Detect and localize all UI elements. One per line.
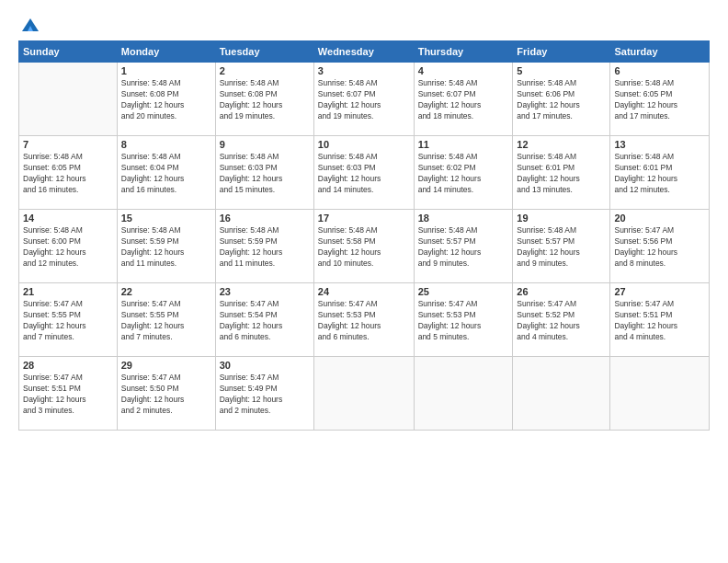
- weekday-header-monday: Monday: [117, 41, 215, 63]
- calendar-cell: 4Sunrise: 5:48 AM Sunset: 6:07 PM Daylig…: [414, 63, 513, 136]
- header: [18, 17, 710, 33]
- day-number: 29: [121, 360, 211, 371]
- week-row-4: 21Sunrise: 5:47 AM Sunset: 5:55 PM Dayli…: [19, 283, 710, 357]
- day-number: 11: [418, 139, 509, 150]
- calendar-cell: 22Sunrise: 5:47 AM Sunset: 5:55 PM Dayli…: [117, 283, 215, 357]
- day-number: 23: [220, 286, 310, 297]
- calendar-cell: 27Sunrise: 5:47 AM Sunset: 5:51 PM Dayli…: [610, 283, 710, 357]
- calendar-cell: 16Sunrise: 5:48 AM Sunset: 5:59 PM Dayli…: [215, 210, 313, 283]
- day-number: 6: [614, 65, 705, 76]
- day-info: Sunrise: 5:48 AM Sunset: 6:03 PM Dayligh…: [318, 152, 410, 196]
- calendar-cell: 18Sunrise: 5:48 AM Sunset: 5:57 PM Dayli…: [414, 210, 513, 283]
- day-number: 3: [318, 65, 410, 76]
- calendar-cell: [513, 357, 610, 431]
- calendar-cell: 11Sunrise: 5:48 AM Sunset: 6:02 PM Dayli…: [414, 136, 513, 210]
- day-number: 18: [418, 213, 509, 224]
- day-number: 26: [517, 286, 606, 297]
- week-row-5: 28Sunrise: 5:47 AM Sunset: 5:51 PM Dayli…: [19, 357, 710, 431]
- day-number: 25: [418, 286, 509, 297]
- day-info: Sunrise: 5:47 AM Sunset: 5:51 PM Dayligh…: [614, 299, 705, 343]
- day-info: Sunrise: 5:48 AM Sunset: 5:59 PM Dayligh…: [121, 225, 211, 270]
- weekday-header-row: SundayMondayTuesdayWednesdayThursdayFrid…: [19, 41, 710, 63]
- day-number: 22: [121, 286, 211, 297]
- day-info: Sunrise: 5:48 AM Sunset: 6:01 PM Dayligh…: [614, 152, 705, 196]
- calendar-cell: 28Sunrise: 5:47 AM Sunset: 5:51 PM Dayli…: [19, 357, 118, 431]
- day-info: Sunrise: 5:47 AM Sunset: 5:53 PM Dayligh…: [318, 299, 410, 343]
- weekday-header-saturday: Saturday: [610, 41, 710, 63]
- day-number: 4: [418, 65, 509, 76]
- day-info: Sunrise: 5:48 AM Sunset: 6:06 PM Dayligh…: [517, 78, 606, 122]
- page: SundayMondayTuesdayWednesdayThursdayFrid…: [0, 0, 728, 563]
- day-info: Sunrise: 5:48 AM Sunset: 5:57 PM Dayligh…: [517, 225, 606, 270]
- calendar-cell: 1Sunrise: 5:48 AM Sunset: 6:08 PM Daylig…: [117, 63, 215, 136]
- calendar-cell: 19Sunrise: 5:48 AM Sunset: 5:57 PM Dayli…: [513, 210, 610, 283]
- calendar-cell: 29Sunrise: 5:47 AM Sunset: 5:50 PM Dayli…: [117, 357, 215, 431]
- calendar-cell: 26Sunrise: 5:47 AM Sunset: 5:52 PM Dayli…: [513, 283, 610, 357]
- day-info: Sunrise: 5:48 AM Sunset: 6:04 PM Dayligh…: [121, 152, 211, 196]
- calendar-cell: [414, 357, 513, 431]
- day-number: 7: [23, 139, 113, 150]
- calendar-cell: 15Sunrise: 5:48 AM Sunset: 5:59 PM Dayli…: [117, 210, 215, 283]
- day-info: Sunrise: 5:47 AM Sunset: 5:53 PM Dayligh…: [418, 299, 509, 343]
- day-number: 2: [220, 65, 310, 76]
- day-number: 19: [517, 213, 606, 224]
- day-number: 16: [220, 213, 310, 224]
- day-number: 17: [318, 213, 410, 224]
- week-row-3: 14Sunrise: 5:48 AM Sunset: 6:00 PM Dayli…: [19, 210, 710, 283]
- weekday-header-thursday: Thursday: [414, 41, 513, 63]
- calendar-cell: 21Sunrise: 5:47 AM Sunset: 5:55 PM Dayli…: [19, 283, 118, 357]
- day-info: Sunrise: 5:48 AM Sunset: 6:02 PM Dayligh…: [418, 152, 509, 196]
- day-info: Sunrise: 5:48 AM Sunset: 5:58 PM Dayligh…: [318, 225, 410, 270]
- calendar-cell: 10Sunrise: 5:48 AM Sunset: 6:03 PM Dayli…: [313, 136, 414, 210]
- day-number: 27: [614, 286, 705, 297]
- day-number: 14: [23, 213, 113, 224]
- day-info: Sunrise: 5:47 AM Sunset: 5:52 PM Dayligh…: [517, 299, 606, 343]
- day-info: Sunrise: 5:47 AM Sunset: 5:49 PM Dayligh…: [220, 373, 310, 417]
- calendar-cell: 9Sunrise: 5:48 AM Sunset: 6:03 PM Daylig…: [215, 136, 313, 210]
- calendar-cell: [19, 63, 118, 136]
- day-info: Sunrise: 5:47 AM Sunset: 5:51 PM Dayligh…: [23, 373, 113, 417]
- day-number: 5: [517, 65, 606, 76]
- day-info: Sunrise: 5:47 AM Sunset: 5:55 PM Dayligh…: [121, 299, 211, 343]
- day-info: Sunrise: 5:48 AM Sunset: 5:59 PM Dayligh…: [220, 225, 310, 270]
- calendar-cell: [313, 357, 414, 431]
- day-number: 9: [220, 139, 310, 150]
- day-info: Sunrise: 5:48 AM Sunset: 6:00 PM Dayligh…: [23, 225, 113, 270]
- calendar-cell: 25Sunrise: 5:47 AM Sunset: 5:53 PM Dayli…: [414, 283, 513, 357]
- day-info: Sunrise: 5:48 AM Sunset: 6:07 PM Dayligh…: [418, 78, 509, 122]
- day-number: 8: [121, 139, 211, 150]
- logo-icon: [20, 17, 40, 33]
- calendar-cell: 6Sunrise: 5:48 AM Sunset: 6:05 PM Daylig…: [610, 63, 710, 136]
- day-info: Sunrise: 5:48 AM Sunset: 6:08 PM Dayligh…: [220, 78, 310, 122]
- day-info: Sunrise: 5:48 AM Sunset: 6:01 PM Dayligh…: [517, 152, 606, 196]
- day-number: 13: [614, 139, 705, 150]
- weekday-header-friday: Friday: [513, 41, 610, 63]
- calendar-cell: 30Sunrise: 5:47 AM Sunset: 5:49 PM Dayli…: [215, 357, 313, 431]
- day-info: Sunrise: 5:48 AM Sunset: 6:05 PM Dayligh…: [23, 152, 113, 196]
- week-row-2: 7Sunrise: 5:48 AM Sunset: 6:05 PM Daylig…: [19, 136, 710, 210]
- day-number: 20: [614, 213, 705, 224]
- day-info: Sunrise: 5:48 AM Sunset: 6:05 PM Dayligh…: [614, 78, 705, 122]
- weekday-header-tuesday: Tuesday: [215, 41, 313, 63]
- calendar-cell: 14Sunrise: 5:48 AM Sunset: 6:00 PM Dayli…: [19, 210, 118, 283]
- day-info: Sunrise: 5:47 AM Sunset: 5:54 PM Dayligh…: [220, 299, 310, 343]
- calendar-cell: 8Sunrise: 5:48 AM Sunset: 6:04 PM Daylig…: [117, 136, 215, 210]
- day-info: Sunrise: 5:48 AM Sunset: 6:03 PM Dayligh…: [220, 152, 310, 196]
- day-number: 24: [318, 286, 410, 297]
- calendar-cell: 13Sunrise: 5:48 AM Sunset: 6:01 PM Dayli…: [610, 136, 710, 210]
- calendar-cell: 2Sunrise: 5:48 AM Sunset: 6:08 PM Daylig…: [215, 63, 313, 136]
- calendar-cell: 23Sunrise: 5:47 AM Sunset: 5:54 PM Dayli…: [215, 283, 313, 357]
- calendar-cell: [610, 357, 710, 431]
- calendar-cell: 24Sunrise: 5:47 AM Sunset: 5:53 PM Dayli…: [313, 283, 414, 357]
- day-number: 10: [318, 139, 410, 150]
- day-info: Sunrise: 5:47 AM Sunset: 5:50 PM Dayligh…: [121, 373, 211, 417]
- calendar-cell: 12Sunrise: 5:48 AM Sunset: 6:01 PM Dayli…: [513, 136, 610, 210]
- day-number: 15: [121, 213, 211, 224]
- calendar-cell: 20Sunrise: 5:47 AM Sunset: 5:56 PM Dayli…: [610, 210, 710, 283]
- day-number: 28: [23, 360, 113, 371]
- calendar-cell: 7Sunrise: 5:48 AM Sunset: 6:05 PM Daylig…: [19, 136, 118, 210]
- week-row-1: 1Sunrise: 5:48 AM Sunset: 6:08 PM Daylig…: [19, 63, 710, 136]
- day-number: 1: [121, 65, 211, 76]
- day-info: Sunrise: 5:47 AM Sunset: 5:56 PM Dayligh…: [614, 225, 705, 270]
- day-info: Sunrise: 5:48 AM Sunset: 5:57 PM Dayligh…: [418, 225, 509, 270]
